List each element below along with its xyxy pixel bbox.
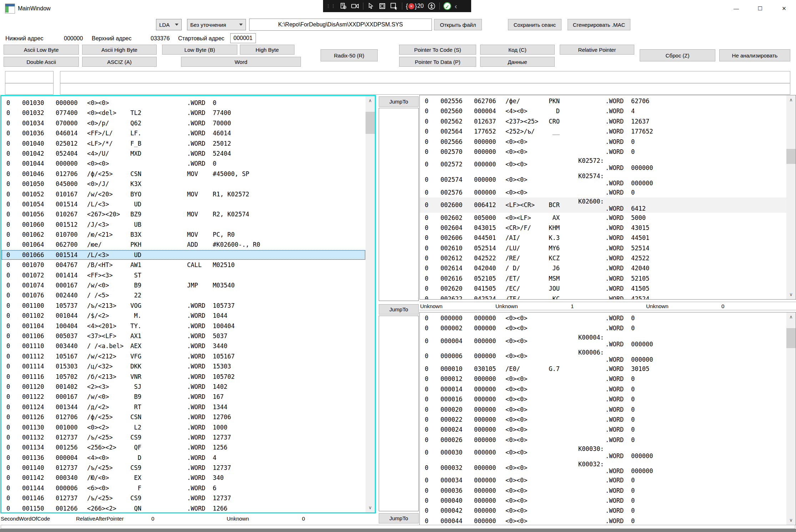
- accessibility-icon[interactable]: [427, 2, 436, 10]
- listing-row[interactable]: 0001130001000<0><2> L2.WORD1000: [1, 422, 366, 432]
- jumpto-button-middle[interactable]: JumpTo: [379, 304, 419, 315]
- right-top-scrollbar[interactable]: ∧ ∨: [786, 95, 796, 299]
- pointer-to-data-button[interactable]: Pointer To Data (P): [399, 57, 476, 67]
- listing-row[interactable]: 0000002000000<0><0>.WORD0: [420, 323, 786, 333]
- listing-row[interactable]: 0001150001266<266><2> QN.WORD1266: [1, 503, 366, 512]
- confirm-check-icon[interactable]: ✓: [443, 2, 451, 10]
- ascii-low-byte-button[interactable]: Ascii Low Byte: [4, 45, 79, 55]
- listing-row[interactable]: 0000036000000<0><0>.WORD0: [420, 486, 786, 496]
- listing-row[interactable]: 0001146012737/ъ/<25>CS9.WORD12737: [1, 493, 366, 503]
- listing-row[interactable]: 0002622042524/TE/ KC.WORD42524: [420, 294, 786, 299]
- listing-row[interactable]: 0001072001414<FF><3> ST: [1, 270, 366, 280]
- listing-row[interactable]: 0001140012737/ъ/<25>CS9.WORD12737: [1, 463, 366, 473]
- listing-row[interactable]: 0000040000000<0><0>.WORD0: [420, 496, 786, 506]
- region-icon[interactable]: [378, 2, 386, 10]
- scroll-thumb[interactable]: [786, 328, 796, 348]
- listing-row[interactable]: 0000022000000<0><0>.WORD0: [420, 415, 786, 425]
- listing-row[interactable]: 0001110003440/ /<a.bel>AEX.WORD3440: [1, 341, 366, 351]
- listing-row[interactable]: 0001046012706/ф/<25>CSNMOV#45000, SP: [1, 169, 366, 179]
- start-address-input[interactable]: [230, 33, 256, 43]
- cursor-icon[interactable]: [367, 2, 375, 10]
- listing-row[interactable]: 0002564177652<252>/ъ/__.WORD177652: [420, 126, 786, 136]
- listing-row[interactable]: 0002572000000<0><0>K02572:.WORD000000: [420, 157, 786, 172]
- scroll-thumb[interactable]: [786, 149, 796, 164]
- listing-row[interactable]: 0000020000000<0><0>.WORD0: [420, 405, 786, 415]
- jumpto-list-bottom[interactable]: [379, 316, 419, 511]
- listing-row[interactable]: 0001104100404<4><201>TY..WORD100404: [1, 321, 366, 331]
- listing-row[interactable]: 0001034070000<0>/p/Q62.WORD70000: [1, 118, 366, 128]
- listing-row[interactable]: 0001032077400<0><del>TL2.WORD77400: [1, 108, 366, 118]
- listing-row[interactable]: 0000042000000<0><0>.WORD0: [420, 506, 786, 516]
- jumpto-button-top[interactable]: JumpTo: [379, 96, 419, 107]
- word-button[interactable]: Word: [181, 57, 301, 67]
- listing-row[interactable]: 0002610052514/LU/MY6.WORD52514: [420, 243, 786, 253]
- relative-pointer-button[interactable]: Relative Pointer: [560, 45, 634, 55]
- listing-row[interactable]: 0000030000000<0><0>K00030:.WORD000000: [420, 445, 786, 460]
- listing-row[interactable]: 0000032000000<0><0>K00032:.WORD000000: [420, 460, 786, 476]
- listing-row[interactable]: 0001122000167/w/<0> B9.WORD167: [1, 392, 366, 402]
- left-pane-scrollbar[interactable]: ∧ ∨: [366, 96, 375, 512]
- listing-row[interactable]: 0001124001344/д/<2> RT.WORD1344: [1, 402, 366, 412]
- listing-row[interactable]: 0001126012706/ф/<25>CSN.WORD12706: [1, 412, 366, 422]
- data-button[interactable]: Данные: [480, 57, 555, 67]
- listing-row[interactable]: 0002556062706/фе/PKN.WORD62706: [420, 96, 786, 106]
- listing-row[interactable]: 0000004000000<0><0>K00004:.WORD000000: [420, 333, 786, 349]
- listing-row[interactable]: 0002602005000<0><LF> AX.WORD5000: [420, 213, 786, 223]
- listing-row[interactable]: 0000006000000<0><0>K00006:.WORD000000: [420, 348, 786, 364]
- listing-row[interactable]: 0001052010167/w/<20>BYOMOVR1, K02572: [1, 189, 366, 199]
- listing-row[interactable]: 0002562012637<237><25>CRO.WORD12637: [420, 116, 786, 126]
- right-bottom-scrollbar[interactable]: ∧ ∨: [786, 312, 796, 525]
- listing-row[interactable]: 0001036046014<FF>/L/LF..WORD46014: [1, 128, 366, 138]
- listing-row[interactable]: 0001112105167/w/<212>VFG.WORD105167: [1, 351, 366, 361]
- jumpto-list-top[interactable]: [379, 108, 419, 301]
- pointer-to-code-button[interactable]: Pointer To Code (S): [399, 45, 476, 55]
- refine-select[interactable]: Без уточнения: [187, 19, 246, 30]
- listing-row[interactable]: 0002560000004<4><0> D.WORD4: [420, 106, 786, 116]
- listing-row[interactable]: 0000044000000<0><0>.WORD0: [420, 516, 786, 525]
- high-byte-button[interactable]: High Byte: [240, 45, 294, 55]
- scroll-down-icon[interactable]: ∨: [366, 503, 375, 512]
- listing-row[interactable]: 0000034000000<0><0>.WORD0: [420, 475, 786, 485]
- listing-row[interactable]: 0000026000000<0><0>.WORD0: [420, 435, 786, 445]
- listing-row[interactable]: 0001102001044/$/<2> M..WORD1044: [1, 311, 366, 321]
- listing-row[interactable]: 0001076002440/ /<5> 22: [1, 290, 366, 300]
- cursor-region-icon[interactable]: [390, 2, 398, 10]
- listing-row[interactable]: 0001050045000<0>/J/K3X: [1, 179, 366, 189]
- reset-button[interactable]: Сброс (Z): [640, 49, 715, 61]
- listing-row[interactable]: 0001136000004<4><0> D.WORD4: [1, 453, 366, 463]
- listing-row[interactable]: 0001070004767/B/<HT>AW1CALLM02510: [1, 260, 366, 270]
- listing-row[interactable]: 0002576000000<0><0>.WORD0: [420, 187, 786, 197]
- file-path-input[interactable]: [249, 19, 432, 31]
- listing-row[interactable]: 0001106005037<37><LF>AX1.WORD5037: [1, 331, 366, 341]
- scroll-down-icon[interactable]: ∨: [786, 516, 796, 525]
- listing-row[interactable]: 0000010030105/E0/G.7.WORD30105: [420, 364, 786, 374]
- camera-icon[interactable]: [351, 2, 359, 10]
- listing-row[interactable]: 0001060001512/J/<3> UB: [1, 220, 366, 230]
- listing-row[interactable]: 0001064062700/юе/PKHADD#K02600-., R0: [1, 240, 366, 250]
- listing-row[interactable]: 0001042052404<4>/U/MXD.WORD52404: [1, 149, 366, 159]
- listing-row[interactable]: 0001054001514/L/<3> UD: [1, 199, 366, 209]
- scroll-down-icon[interactable]: ∨: [786, 290, 796, 299]
- listing-row[interactable]: 0002570000000<0><0>.WORD0: [420, 147, 786, 157]
- open-file-button[interactable]: Открыть файл: [434, 19, 482, 30]
- listing-row[interactable]: 0001132012737/ъ/<25>CS9.WORD12737: [1, 432, 366, 442]
- listing-row[interactable]: 0001040025012<LF>/*/F_B.WORD25012: [1, 139, 366, 149]
- generate-mac-button[interactable]: Сгенерировать .MAC: [568, 19, 630, 30]
- listing-row[interactable]: 0000012000000<0><0>.WORD0: [420, 374, 786, 384]
- scan-document-icon[interactable]: [339, 2, 347, 10]
- listing-row[interactable]: 0001044000000<0><0>.WORD0: [1, 159, 366, 169]
- listing-row[interactable]: 0002612042522/RE/KCZ.WORD42522: [420, 253, 786, 263]
- listing-row[interactable]: 0001142000340/Ю/<0> EX.WORD340: [1, 473, 366, 483]
- listing-row[interactable]: 0001134001256<256><2> QF.WORD1256: [1, 442, 366, 452]
- save-session-button[interactable]: Сохранить сеанс: [508, 19, 561, 30]
- listing-row[interactable]: 0000024000000<0><0>.WORD0: [420, 425, 786, 435]
- scroll-up-icon[interactable]: ∧: [786, 95, 796, 105]
- jumpto-button-bottom[interactable]: JumpTo: [379, 513, 419, 523]
- listing-row[interactable]: 0000014000000<0><0>.WORD0: [420, 384, 786, 394]
- listing-row[interactable]: 0001120001402<2><3> SJ.WORD1402: [1, 382, 366, 392]
- listing-row[interactable]: 0001056010267<267><20>BZ9MOVR2, K02574: [1, 209, 366, 219]
- listing-row[interactable]: 0001114015303/ц/<32>DKK.WORD15303: [1, 361, 366, 371]
- listing-row[interactable]: 0002606044501/AI/K.3.WORD44501: [420, 233, 786, 243]
- radix50-button[interactable]: Radix-50 (R): [321, 49, 378, 61]
- no-analyze-button[interactable]: Не анализировать: [719, 49, 790, 61]
